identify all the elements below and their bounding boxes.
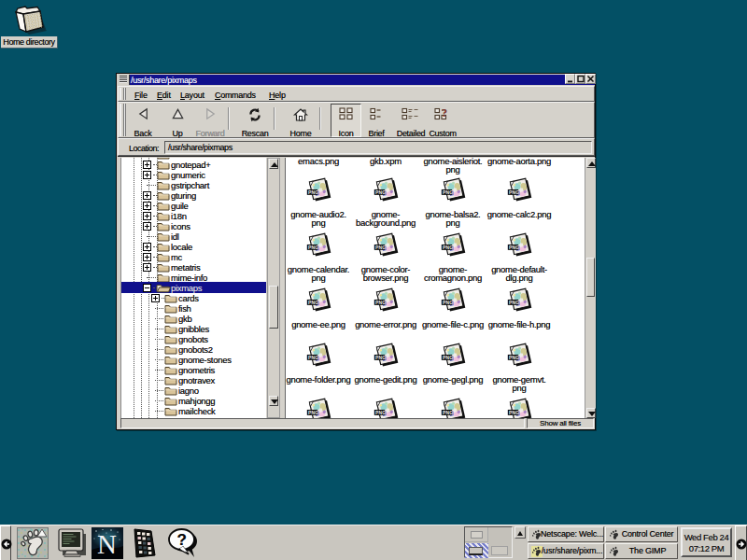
svg-text:?: ? xyxy=(442,106,447,119)
svg-text:?: ? xyxy=(177,531,187,549)
svg-text:N: N xyxy=(97,529,117,559)
